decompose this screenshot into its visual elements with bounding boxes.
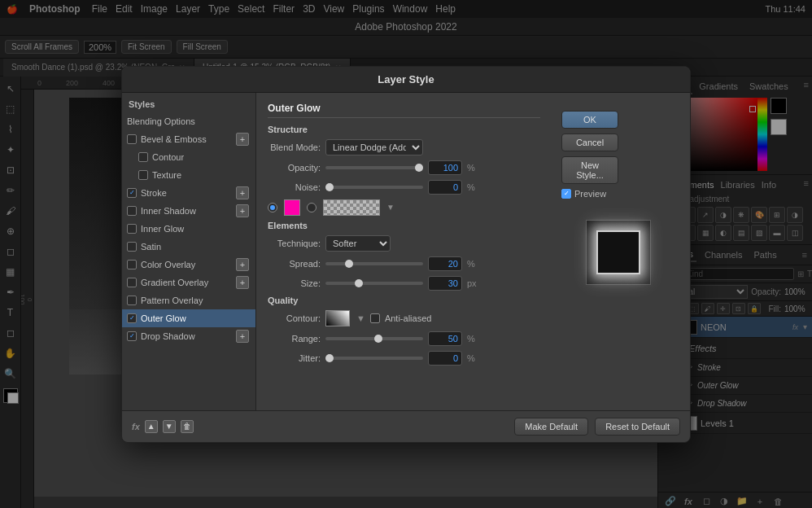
add-inner-shadow[interactable]: +: [236, 204, 249, 217]
checkbox-contour[interactable]: [138, 152, 148, 162]
jitter-unit: %: [467, 353, 478, 363]
fx-bottom-controls: fx ▲ ▼ 🗑: [132, 420, 194, 433]
ok-button[interactable]: OK: [561, 111, 618, 129]
contour-label: Contour:: [268, 313, 321, 323]
range-input[interactable]: [428, 331, 462, 346]
noise-slider-track[interactable]: [325, 186, 423, 189]
add-drop-shadow[interactable]: +: [236, 330, 249, 343]
checkbox-inner-glow[interactable]: [127, 224, 137, 234]
contour-arrow[interactable]: ▼: [356, 313, 365, 323]
make-default-button[interactable]: Make Default: [514, 418, 588, 436]
outer-glow-section-title: Outer Glow: [268, 103, 540, 118]
reset-to-default-button[interactable]: Reset to Default: [595, 418, 680, 436]
opacity-slider-thumb[interactable]: [415, 164, 423, 172]
cancel-button[interactable]: Cancel: [561, 134, 618, 151]
style-texture[interactable]: Texture: [122, 166, 255, 184]
jitter-row: Jitter: %: [268, 351, 540, 366]
dialog-bottom-buttons: Make Default Reset to Default: [514, 418, 680, 436]
checkbox-drop-shadow[interactable]: ✓: [127, 331, 137, 341]
style-drop-shadow[interactable]: ✓ Drop Shadow +: [122, 327, 255, 345]
style-color-overlay[interactable]: Color Overlay +: [122, 256, 255, 274]
range-slider-track[interactable]: [325, 337, 423, 340]
style-outer-glow[interactable]: ✓ Outer Glow: [122, 309, 255, 327]
contour-preview[interactable]: [325, 310, 350, 326]
fx-icon-dialog[interactable]: fx: [132, 422, 140, 431]
range-slider-thumb[interactable]: [374, 335, 382, 343]
move-up-button[interactable]: ▲: [145, 420, 158, 433]
jitter-label: Jitter:: [268, 353, 321, 363]
spread-input[interactable]: [428, 256, 462, 271]
noise-label: Noise:: [268, 182, 321, 192]
gradient-arrow[interactable]: ▼: [386, 203, 395, 212]
radio-color[interactable]: [268, 203, 277, 212]
buttons-preview-column: OK Cancel New Style... ✓ Preview: [552, 93, 690, 410]
pattern-overlay-label: Pattern Overlay: [141, 296, 203, 305]
checkbox-stroke[interactable]: ✓: [127, 188, 137, 198]
style-stroke[interactable]: ✓ Stroke +: [122, 184, 255, 202]
style-pattern-overlay[interactable]: Pattern Overlay: [122, 291, 255, 309]
range-row: Range: %: [268, 331, 540, 346]
quality-label: Quality: [268, 296, 540, 305]
opacity-unit: %: [467, 163, 478, 173]
dialog-buttons: OK Cancel New Style... ✓ Preview: [555, 101, 620, 208]
new-style-button[interactable]: New Style...: [561, 156, 618, 184]
spread-slider-track[interactable]: [325, 262, 423, 265]
size-row: Size: px: [268, 276, 540, 291]
size-label: Size:: [268, 278, 321, 288]
size-input[interactable]: [428, 276, 462, 291]
style-inner-glow[interactable]: Inner Glow: [122, 220, 255, 238]
style-inner-shadow[interactable]: Inner Shadow +: [122, 202, 255, 220]
contour-label: Contour: [152, 152, 184, 162]
checkbox-outer-glow[interactable]: ✓: [127, 313, 137, 323]
opacity-input[interactable]: [428, 160, 462, 175]
preview-inner: [596, 230, 640, 274]
blend-mode-dialog-select[interactable]: Linear Dodge (Add): [325, 139, 423, 155]
noise-slider-thumb[interactable]: [325, 183, 334, 191]
move-down-button[interactable]: ▼: [163, 420, 176, 433]
add-color-overlay[interactable]: +: [236, 258, 249, 271]
checkbox-pattern-overlay[interactable]: [127, 296, 137, 305]
preview-checkbox[interactable]: ✓: [561, 189, 571, 199]
range-unit: %: [467, 334, 478, 344]
size-slider-thumb[interactable]: [355, 279, 363, 287]
anti-aliased-checkbox[interactable]: [370, 313, 380, 323]
checkbox-gradient-overlay[interactable]: [127, 278, 137, 287]
style-blending-options[interactable]: Blending Options: [122, 112, 255, 130]
spread-slider-thumb[interactable]: [345, 260, 353, 268]
checkbox-satin[interactable]: [127, 242, 137, 252]
elements-label: Elements: [268, 221, 540, 230]
style-gradient-overlay[interactable]: Gradient Overlay +: [122, 274, 255, 291]
contour-row: Contour: ▼ Anti-aliased: [268, 310, 540, 326]
opacity-slider-track[interactable]: [325, 166, 423, 169]
size-unit: px: [467, 278, 478, 288]
checkbox-bevel[interactable]: [127, 134, 137, 144]
add-bevel[interactable]: +: [236, 133, 249, 146]
styles-section-title: Styles: [122, 96, 255, 112]
jitter-slider-track[interactable]: [325, 357, 423, 360]
glow-gradient-swatch[interactable]: [323, 199, 380, 216]
technique-select[interactable]: Softer: [325, 235, 391, 252]
noise-input[interactable]: [428, 180, 462, 195]
noise-unit: %: [467, 182, 478, 192]
spread-unit: %: [467, 259, 478, 269]
style-satin[interactable]: Satin: [122, 238, 255, 256]
delete-style-button[interactable]: 🗑: [181, 420, 194, 433]
inner-glow-label: Inner Glow: [141, 224, 184, 234]
checkbox-texture[interactable]: [138, 170, 148, 180]
radio-gradient[interactable]: [307, 203, 317, 212]
size-slider-track[interactable]: [325, 282, 423, 285]
jitter-slider-thumb[interactable]: [325, 354, 334, 362]
checkbox-color-overlay[interactable]: [127, 260, 137, 269]
style-bevel-emboss[interactable]: Bevel & Emboss +: [122, 130, 255, 148]
checkbox-inner-shadow[interactable]: [127, 206, 137, 216]
style-contour[interactable]: Contour: [122, 148, 255, 166]
blend-mode-row: Blend Mode: Linear Dodge (Add): [268, 139, 540, 155]
drop-shadow-label: Drop Shadow: [141, 331, 195, 341]
add-gradient-overlay[interactable]: +: [236, 276, 249, 289]
jitter-input[interactable]: [428, 351, 462, 366]
outer-glow-label: Outer Glow: [141, 313, 186, 323]
glow-color-swatch[interactable]: [284, 199, 300, 216]
inner-shadow-label: Inner Shadow: [141, 206, 196, 216]
add-stroke[interactable]: +: [236, 186, 249, 199]
preview-checkbox-row: ✓ Preview: [561, 189, 613, 199]
